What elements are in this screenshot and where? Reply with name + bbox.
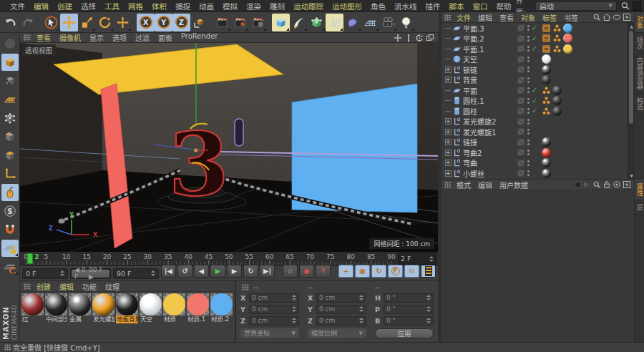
spline-pen-button[interactable] — [290, 14, 308, 31]
object-manager-menu-item-0[interactable]: 文件 — [453, 12, 474, 23]
coordinate-stepper[interactable] — [292, 306, 296, 312]
visibility-dots[interactable] — [527, 140, 530, 145]
back-icon[interactable] — [572, 180, 581, 189]
menu-item-0[interactable]: 文件 — [6, 1, 29, 11]
home-icon[interactable] — [602, 13, 611, 21]
target-icon[interactable] — [613, 180, 621, 189]
layer-box[interactable] — [517, 160, 525, 167]
object-name[interactable]: 弯曲 — [463, 157, 517, 168]
material-thumb[interactable] — [116, 293, 138, 316]
coordinate-input-y[interactable]: 0 cm — [249, 305, 299, 314]
pan-icon[interactable] — [394, 34, 402, 42]
object-name[interactable]: 背景 — [463, 74, 517, 85]
object-row[interactable]: +弯曲 — [441, 158, 628, 169]
object-row[interactable]: 平面.3✓ — [441, 23, 628, 34]
coordinate-input-x[interactable]: 0 cm — [316, 293, 366, 303]
deformer-button[interactable] — [343, 14, 361, 31]
subdivision-surface-button[interactable] — [308, 14, 326, 31]
material-tag[interactable] — [563, 44, 572, 54]
coordinate-stepper[interactable] — [426, 318, 431, 323]
phong-tag-icon[interactable] — [552, 34, 562, 43]
record-key-button[interactable]: ◉ — [299, 265, 314, 278]
autokey-question-button[interactable]: ? — [316, 265, 331, 278]
viewport-menu-item-5[interactable]: 面板 — [154, 32, 177, 43]
object-name[interactable]: 圆柱 — [463, 106, 517, 117]
texture-tag-icon[interactable] — [542, 34, 551, 43]
panel-grip-icon[interactable] — [444, 14, 452, 21]
phong-tag-icon[interactable] — [552, 24, 562, 33]
material-menu-item-0[interactable]: 创建 — [32, 281, 55, 292]
coordinate-input-p[interactable]: 0 ° — [384, 305, 434, 314]
expand-icon[interactable]: + — [444, 139, 452, 145]
object-name[interactable]: 平面.2 — [463, 33, 517, 44]
visibility-dots[interactable] — [527, 77, 530, 83]
enabled-check-icon[interactable]: ✓ — [532, 45, 540, 52]
search-icon[interactable] — [592, 180, 601, 189]
open-timeline-button[interactable] — [421, 265, 436, 278]
visibility-dots[interactable] — [527, 36, 530, 41]
viewport-menu-item-1[interactable]: 摄像机 — [55, 32, 85, 43]
frame-stepper[interactable] — [429, 256, 434, 262]
magnet-button[interactable] — [1, 221, 19, 238]
material-label[interactable]: 材质.2 — [210, 316, 233, 323]
viewport-menu-item-2[interactable]: 显示 — [85, 32, 108, 43]
expand-icon[interactable]: + — [444, 118, 452, 124]
forward-icon[interactable] — [582, 180, 591, 189]
expand-icon[interactable]: + — [444, 77, 452, 83]
layer-box[interactable] — [517, 149, 525, 156]
attribute-menu-item-0[interactable]: 模式 — [453, 180, 474, 190]
blue-plane[interactable] — [292, 84, 417, 212]
search-icon[interactable] — [592, 13, 601, 21]
expand-icon[interactable]: + — [444, 67, 452, 73]
object-name[interactable]: 平面.3 — [463, 23, 517, 34]
plus-icon[interactable]: + — [445, 129, 452, 135]
render-view-button[interactable] — [213, 14, 231, 31]
visibility-dots[interactable] — [527, 108, 530, 114]
expand-icon[interactable]: + — [444, 160, 452, 166]
menu-item-13[interactable]: 运动图形 — [328, 1, 366, 11]
coordinate-stepper[interactable] — [426, 306, 431, 312]
material-thumb[interactable] — [210, 293, 233, 316]
material-thumb[interactable] — [187, 293, 209, 316]
material-item[interactable]: 地板背景 — [116, 293, 138, 323]
timeline-playhead[interactable] — [27, 253, 33, 264]
object-manager-menu-item-1[interactable]: 编辑 — [474, 12, 496, 23]
viewport-menu-item-3[interactable]: 选项 — [108, 32, 131, 43]
material-tag[interactable] — [563, 34, 572, 43]
toggle-views-icon[interactable] — [426, 34, 434, 42]
light-button[interactable] — [397, 14, 415, 31]
material-tag[interactable] — [563, 24, 572, 33]
plus-icon[interactable]: + — [445, 150, 452, 156]
object-name[interactable]: 小螺丝 — [463, 168, 517, 179]
texture-tag-icon[interactable] — [542, 24, 551, 33]
rotate-button[interactable] — [96, 14, 114, 31]
visibility-dots[interactable] — [527, 170, 530, 176]
menu-item-11[interactable]: 雕刻 — [265, 1, 289, 11]
menu-item-5[interactable]: 网格 — [124, 1, 147, 11]
texture-tag-icon[interactable] — [542, 44, 551, 54]
visibility-dots[interactable] — [527, 67, 530, 72]
object-row[interactable]: +小螺丝 — [441, 168, 628, 179]
menu-item-1[interactable]: 编辑 — [29, 1, 53, 11]
layer-box[interactable] — [517, 77, 525, 84]
object-name[interactable]: 天空 — [463, 54, 517, 64]
plus-icon[interactable]: + — [445, 67, 452, 73]
coordinate-stepper[interactable] — [292, 318, 296, 323]
lock-z-button[interactable]: Z — [172, 14, 190, 31]
tab-构造[interactable]: 构造 — [635, 94, 644, 114]
tab-层[interactable]: 层 — [635, 200, 644, 215]
menu-item-3[interactable]: 选择 — [77, 1, 100, 11]
timeline-ruler[interactable]: 0510152025303540455055606570758085902 — [21, 253, 396, 265]
tab-对象[interactable]: 对象 — [635, 12, 644, 33]
tweak-mode-button[interactable] — [1, 184, 19, 201]
phong-tag-icon[interactable] — [542, 86, 551, 95]
play-reverse-button[interactable]: ↺ — [177, 265, 192, 278]
material-item[interactable]: 中间部分 — [45, 293, 67, 323]
visibility-dots[interactable] — [527, 25, 530, 31]
coordinate-stepper[interactable] — [359, 295, 364, 300]
play-loop-button[interactable]: ↻ — [243, 265, 258, 278]
material-item[interactable]: 材质.1 — [187, 293, 209, 323]
primitive-cube-button[interactable] — [272, 14, 290, 31]
material-item[interactable]: 金属 — [69, 293, 91, 323]
visibility-dots[interactable] — [527, 150, 530, 155]
